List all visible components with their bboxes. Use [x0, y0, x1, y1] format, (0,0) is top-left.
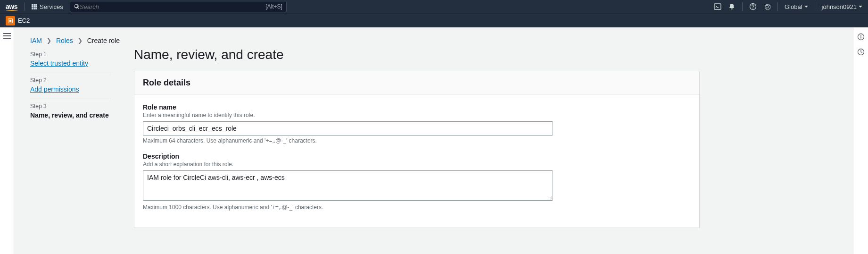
description-hint: Maximum 1000 characters. Use alphanumeri…	[143, 204, 691, 211]
svg-rect-5	[860, 36, 861, 39]
search-icon	[74, 4, 80, 9]
service-bar: EC2	[0, 13, 868, 27]
page-body: IAM ❯ Roles ❯ Create role Step 1 Select …	[0, 27, 868, 254]
panel-header: Role details	[134, 71, 699, 95]
search-input[interactable]	[80, 3, 265, 10]
account-menu[interactable]: johnson0921	[822, 3, 862, 10]
left-rail	[0, 27, 14, 254]
svg-rect-3	[9, 19, 12, 22]
role-name-label: Role name	[143, 103, 691, 111]
ec2-icon	[6, 16, 15, 25]
step-title-current: Name, review, and create	[30, 111, 109, 119]
service-tab-label: EC2	[18, 17, 30, 24]
notifications-icon[interactable]	[728, 3, 736, 10]
nav-divider	[815, 2, 815, 11]
description-field: Description Add a short explanation for …	[143, 152, 691, 211]
role-name-field: Role name Enter a meaningful name to ide…	[143, 103, 691, 144]
settings-icon[interactable]	[763, 3, 771, 10]
description-textarea[interactable]	[143, 170, 553, 201]
global-nav: aws Services [Alt+S] Global johnson0921	[0, 0, 868, 13]
role-name-hint: Maximum 64 characters. Use alphanumeric …	[143, 137, 691, 144]
preferences-icon[interactable]	[857, 48, 865, 56]
nav-divider	[25, 2, 25, 11]
wizard-step-2: Step 2 Add permissions	[30, 73, 111, 99]
step-number: Step 2	[30, 77, 111, 84]
wizard-steps: Step 1 Select trusted entity Step 2 Add …	[30, 47, 111, 125]
chevron-right-icon: ❯	[78, 37, 83, 44]
step-number: Step 1	[30, 51, 111, 58]
region-label: Global	[785, 3, 802, 10]
page-title: Name, review, and create	[134, 47, 700, 62]
wizard-step-1: Step 1 Select trusted entity	[30, 47, 111, 73]
breadcrumb-link-iam[interactable]: IAM	[30, 37, 42, 44]
content-area: IAM ❯ Roles ❯ Create role Step 1 Select …	[14, 27, 853, 254]
svg-point-6	[860, 35, 861, 36]
main-column: Name, review, and create Role details Ro…	[134, 47, 700, 228]
services-label: Services	[40, 3, 63, 10]
panel-body: Role name Enter a meaningful name to ide…	[134, 95, 699, 228]
caret-down-icon	[804, 6, 808, 8]
wizard-step-3: Step 3 Name, review, and create	[30, 99, 111, 125]
cloudshell-icon[interactable]	[714, 3, 721, 10]
global-search[interactable]: [Alt+S]	[70, 1, 287, 12]
info-panel-icon[interactable]	[857, 33, 865, 41]
search-shortcut-hint: [Alt+S]	[265, 3, 282, 10]
nav-divider	[742, 2, 743, 11]
aws-logo-text: aws	[6, 3, 17, 10]
step-number: Step 3	[30, 103, 111, 110]
side-nav-toggle[interactable]	[3, 33, 11, 39]
chevron-right-icon: ❯	[47, 37, 51, 44]
global-nav-left: aws Services [Alt+S]	[6, 1, 287, 12]
svg-rect-0	[714, 4, 721, 9]
breadcrumb-link-roles[interactable]: Roles	[56, 37, 73, 44]
services-grid-icon	[32, 4, 37, 9]
description-sublabel: Add a short explanation for this role.	[143, 161, 691, 168]
right-rail	[853, 27, 868, 254]
role-name-input[interactable]	[143, 121, 553, 135]
role-details-panel: Role details Role name Enter a meaningfu…	[134, 71, 700, 228]
aws-logo[interactable]: aws	[6, 3, 18, 11]
panel-heading: Role details	[143, 78, 691, 88]
help-icon[interactable]	[749, 3, 757, 10]
breadcrumb: IAM ❯ Roles ❯ Create role	[30, 37, 843, 44]
region-selector[interactable]: Global	[785, 3, 808, 10]
username-label: johnson0921	[822, 3, 857, 10]
step-link-trusted-entity[interactable]: Select trusted entity	[30, 59, 88, 67]
description-label: Description	[143, 152, 691, 160]
step-link-permissions[interactable]: Add permissions	[30, 85, 79, 93]
caret-down-icon	[859, 6, 862, 8]
global-nav-right: Global johnson0921	[714, 2, 862, 11]
role-name-sublabel: Enter a meaningful name to identify this…	[143, 112, 691, 119]
service-tab-ec2[interactable]: EC2	[6, 16, 30, 25]
services-menu-button[interactable]: Services	[32, 3, 63, 10]
breadcrumb-current: Create role	[87, 37, 120, 44]
nav-divider	[777, 2, 778, 11]
